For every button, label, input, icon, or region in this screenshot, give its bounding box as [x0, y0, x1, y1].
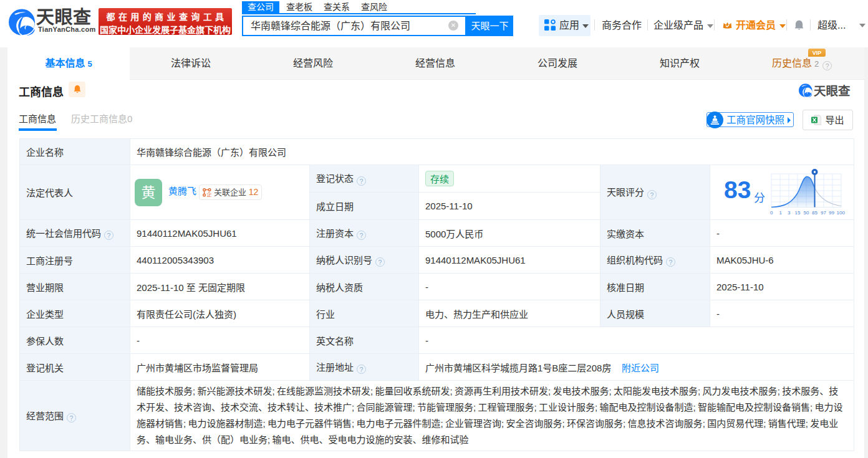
svg-text:0: 0 — [770, 210, 773, 216]
svg-text:天眼查: 天眼查 — [814, 84, 851, 97]
svg-text:50: 50 — [804, 210, 809, 216]
svg-text:100: 100 — [837, 210, 846, 216]
svg-text:3: 3 — [788, 210, 791, 216]
svg-text:企: 企 — [206, 191, 211, 197]
svg-text:99: 99 — [829, 210, 834, 216]
svg-text:97: 97 — [821, 210, 826, 216]
svg-text:1: 1 — [779, 210, 783, 216]
svg-text:85: 85 — [812, 210, 817, 216]
svg-text:15: 15 — [795, 210, 801, 216]
